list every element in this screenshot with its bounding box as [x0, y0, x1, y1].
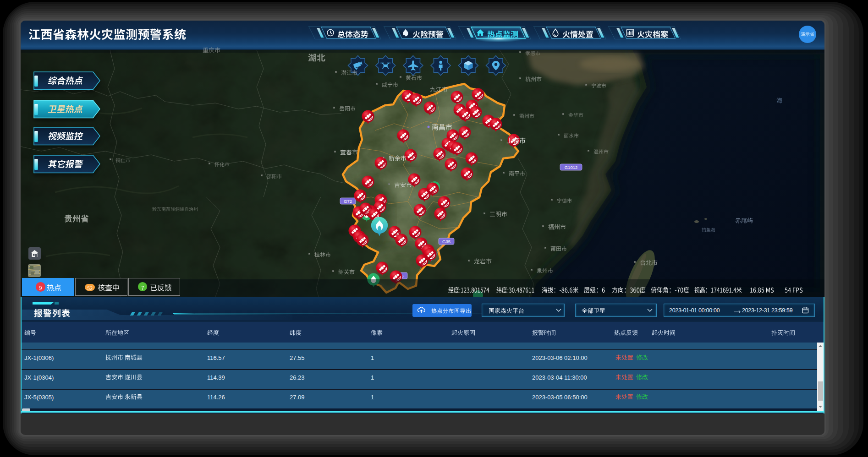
- svg-text:G72: G72: [344, 199, 352, 204]
- svg-text:G35: G35: [442, 239, 450, 244]
- svg-text:G1012: G1012: [565, 165, 578, 170]
